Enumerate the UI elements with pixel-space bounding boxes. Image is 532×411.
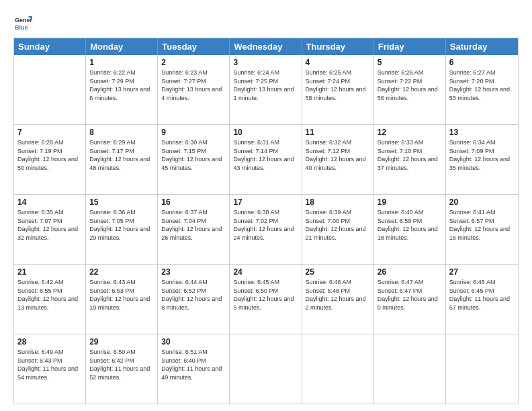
- svg-text:Blue: Blue: [15, 24, 28, 31]
- day-number: 6: [449, 58, 515, 67]
- day-cell: 7Sunrise: 6:28 AMSunset: 7:19 PMDaylight…: [14, 125, 86, 194]
- day-number: 15: [89, 197, 154, 207]
- calendar: SundayMondayTuesdayWednesdayThursdayFrid…: [13, 38, 519, 404]
- day-cell: 14Sunrise: 6:35 AMSunset: 7:07 PMDayligh…: [14, 195, 86, 264]
- day-info: Sunrise: 6:39 AMSunset: 7:00 PMDaylight:…: [306, 208, 370, 242]
- day-info: Sunrise: 6:45 AMSunset: 6:50 PMDaylight:…: [233, 278, 298, 312]
- day-info: Sunrise: 6:41 AMSunset: 6:57 PMDaylight:…: [449, 208, 515, 242]
- day-number: 18: [306, 197, 370, 207]
- day-header-friday: Friday: [374, 38, 446, 55]
- day-number: 4: [306, 58, 370, 67]
- day-header-thursday: Thursday: [302, 38, 374, 55]
- day-cell: 1Sunrise: 6:22 AMSunset: 7:29 PMDaylight…: [86, 55, 158, 124]
- day-cell: [374, 334, 446, 404]
- day-info: Sunrise: 6:32 AMSunset: 7:12 PMDaylight:…: [306, 138, 370, 172]
- day-number: 20: [449, 197, 515, 207]
- day-cell: 9Sunrise: 6:30 AMSunset: 7:15 PMDaylight…: [158, 125, 230, 194]
- day-info: Sunrise: 6:50 AMSunset: 6:42 PMDaylight:…: [89, 348, 154, 381]
- day-number: 21: [17, 267, 82, 277]
- day-info: Sunrise: 6:25 AMSunset: 7:24 PMDaylight:…: [306, 68, 370, 102]
- day-info: Sunrise: 6:31 AMSunset: 7:14 PMDaylight:…: [233, 138, 298, 172]
- day-info: Sunrise: 6:26 AMSunset: 7:22 PMDaylight:…: [378, 68, 442, 102]
- day-info: Sunrise: 6:48 AMSunset: 6:45 PMDaylight:…: [449, 278, 515, 312]
- day-cell: 12Sunrise: 6:33 AMSunset: 7:10 PMDayligh…: [374, 125, 446, 194]
- day-cell: 10Sunrise: 6:31 AMSunset: 7:14 PMDayligh…: [230, 125, 302, 194]
- day-info: Sunrise: 6:49 AMSunset: 6:43 PMDaylight:…: [17, 348, 82, 381]
- day-number: 2: [161, 58, 226, 67]
- day-info: Sunrise: 6:43 AMSunset: 6:53 PMDaylight:…: [89, 278, 154, 312]
- day-info: Sunrise: 6:34 AMSunset: 7:09 PMDaylight:…: [449, 138, 515, 172]
- day-cell: [14, 55, 86, 124]
- day-info: Sunrise: 6:36 AMSunset: 7:05 PMDaylight:…: [89, 208, 154, 242]
- week-row-1: 1Sunrise: 6:22 AMSunset: 7:29 PMDaylight…: [14, 55, 518, 125]
- day-cell: 6Sunrise: 6:27 AMSunset: 7:20 PMDaylight…: [446, 55, 518, 124]
- day-cell: 29Sunrise: 6:50 AMSunset: 6:42 PMDayligh…: [86, 334, 158, 404]
- day-cell: 28Sunrise: 6:49 AMSunset: 6:43 PMDayligh…: [14, 334, 86, 404]
- day-cell: 23Sunrise: 6:44 AMSunset: 6:52 PMDayligh…: [158, 265, 230, 334]
- day-info: Sunrise: 6:33 AMSunset: 7:10 PMDaylight:…: [378, 138, 442, 172]
- day-number: 7: [17, 128, 82, 137]
- day-cell: 19Sunrise: 6:40 AMSunset: 6:59 PMDayligh…: [374, 195, 446, 264]
- day-number: 11: [306, 128, 370, 137]
- day-cell: 3Sunrise: 6:24 AMSunset: 7:25 PMDaylight…: [230, 55, 302, 124]
- day-number: 23: [161, 267, 226, 277]
- day-number: 9: [161, 128, 226, 137]
- day-number: 24: [233, 267, 298, 277]
- day-cell: 25Sunrise: 6:46 AMSunset: 6:48 PMDayligh…: [302, 265, 374, 334]
- day-number: 1: [89, 58, 154, 67]
- day-number: 25: [306, 267, 370, 277]
- logo-icon: General Blue: [13, 13, 32, 32]
- day-number: 8: [89, 128, 154, 137]
- logo: General Blue: [13, 13, 35, 32]
- day-cell: 22Sunrise: 6:43 AMSunset: 6:53 PMDayligh…: [86, 265, 158, 334]
- day-number: 17: [233, 197, 298, 207]
- day-header-sunday: Sunday: [14, 38, 86, 55]
- day-header-monday: Monday: [86, 38, 158, 55]
- day-number: 27: [449, 267, 515, 277]
- day-cell: 5Sunrise: 6:26 AMSunset: 7:22 PMDaylight…: [374, 55, 446, 124]
- day-cell: 27Sunrise: 6:48 AMSunset: 6:45 PMDayligh…: [446, 265, 518, 334]
- day-number: 26: [378, 267, 442, 277]
- day-cell: 2Sunrise: 6:23 AMSunset: 7:27 PMDaylight…: [158, 55, 230, 124]
- week-row-4: 21Sunrise: 6:42 AMSunset: 6:55 PMDayligh…: [14, 265, 518, 334]
- day-info: Sunrise: 6:30 AMSunset: 7:15 PMDaylight:…: [161, 138, 226, 172]
- day-number: 12: [378, 128, 442, 137]
- day-cell: [446, 334, 518, 404]
- day-info: Sunrise: 6:29 AMSunset: 7:17 PMDaylight:…: [89, 138, 154, 172]
- day-info: Sunrise: 6:24 AMSunset: 7:25 PMDaylight:…: [233, 68, 298, 102]
- day-header-wednesday: Wednesday: [230, 38, 302, 55]
- day-info: Sunrise: 6:42 AMSunset: 6:55 PMDaylight:…: [17, 278, 82, 312]
- day-info: Sunrise: 6:22 AMSunset: 7:29 PMDaylight:…: [89, 68, 154, 102]
- day-number: 13: [449, 128, 515, 137]
- day-cell: 30Sunrise: 6:51 AMSunset: 6:40 PMDayligh…: [158, 334, 230, 404]
- day-cell: 24Sunrise: 6:45 AMSunset: 6:50 PMDayligh…: [230, 265, 302, 334]
- day-cell: 20Sunrise: 6:41 AMSunset: 6:57 PMDayligh…: [446, 195, 518, 264]
- day-number: 14: [17, 197, 82, 207]
- day-cell: 17Sunrise: 6:38 AMSunset: 7:02 PMDayligh…: [230, 195, 302, 264]
- day-info: Sunrise: 6:38 AMSunset: 7:02 PMDaylight:…: [233, 208, 298, 242]
- day-cell: 26Sunrise: 6:47 AMSunset: 6:47 PMDayligh…: [374, 265, 446, 334]
- day-cell: 21Sunrise: 6:42 AMSunset: 6:55 PMDayligh…: [14, 265, 86, 334]
- day-number: 10: [233, 128, 298, 137]
- day-info: Sunrise: 6:40 AMSunset: 6:59 PMDaylight:…: [378, 208, 442, 242]
- calendar-body: 1Sunrise: 6:22 AMSunset: 7:29 PMDaylight…: [14, 55, 518, 404]
- page-header: General Blue: [13, 11, 519, 32]
- day-cell: 16Sunrise: 6:37 AMSunset: 7:04 PMDayligh…: [158, 195, 230, 264]
- day-info: Sunrise: 6:46 AMSunset: 6:48 PMDaylight:…: [306, 278, 370, 312]
- day-number: 29: [89, 337, 154, 347]
- svg-text:General: General: [15, 17, 32, 24]
- day-cell: [302, 334, 374, 404]
- day-number: 5: [378, 58, 442, 67]
- week-row-5: 28Sunrise: 6:49 AMSunset: 6:43 PMDayligh…: [14, 334, 518, 404]
- day-cell: 8Sunrise: 6:29 AMSunset: 7:17 PMDaylight…: [86, 125, 158, 194]
- day-info: Sunrise: 6:47 AMSunset: 6:47 PMDaylight:…: [378, 278, 442, 312]
- day-cell: 18Sunrise: 6:39 AMSunset: 7:00 PMDayligh…: [302, 195, 374, 264]
- day-headers: SundayMondayTuesdayWednesdayThursdayFrid…: [14, 38, 518, 55]
- day-cell: 4Sunrise: 6:25 AMSunset: 7:24 PMDaylight…: [302, 55, 374, 124]
- day-info: Sunrise: 6:27 AMSunset: 7:20 PMDaylight:…: [449, 68, 515, 102]
- day-cell: [230, 334, 302, 404]
- day-cell: 13Sunrise: 6:34 AMSunset: 7:09 PMDayligh…: [446, 125, 518, 194]
- day-header-saturday: Saturday: [446, 38, 518, 55]
- day-info: Sunrise: 6:23 AMSunset: 7:27 PMDaylight:…: [161, 68, 226, 102]
- day-number: 30: [161, 337, 226, 347]
